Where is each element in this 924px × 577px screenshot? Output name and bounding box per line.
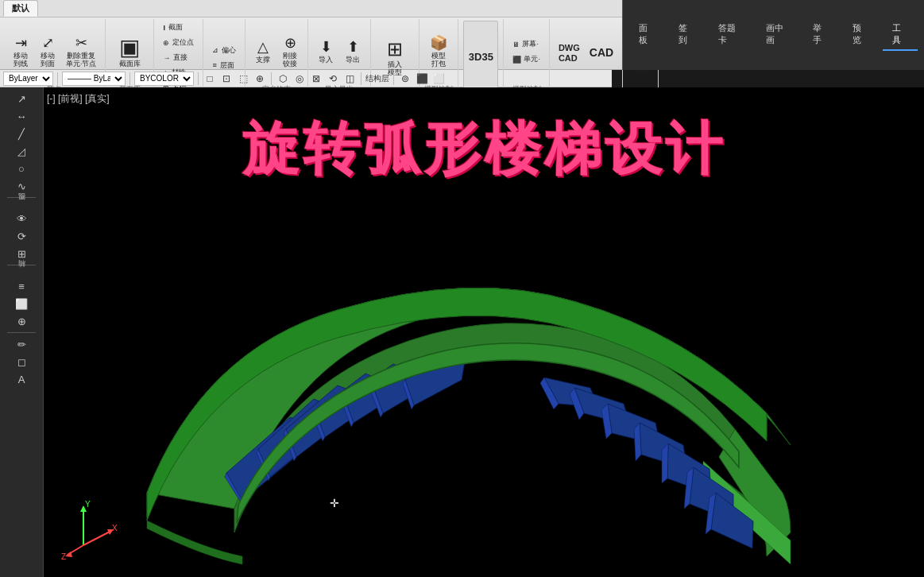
- toolbar-icon-2[interactable]: ⊡: [219, 72, 234, 86]
- toolbar-sep-1: [57, 72, 58, 85]
- move-to-line-icon: ⇥: [15, 36, 27, 52]
- insert-model-icon: ⊞: [387, 39, 403, 60]
- color-select[interactable]: BYCOLOR: [134, 72, 194, 86]
- rigid-hinge-icon: ⊕: [284, 36, 296, 52]
- right-panel: 面板 签到 答题卡 画中画 举手 预览 工具: [622, 0, 924, 70]
- sidebar-structure-label: 结构: [17, 272, 27, 273]
- sidebar-pencil-btn[interactable]: ✏: [6, 336, 37, 352]
- toolbar-icon-8[interactable]: ⟲: [326, 72, 340, 86]
- toolbar-sep-6: [393, 72, 394, 85]
- toolbar-icon-7[interactable]: ⊠: [309, 72, 323, 86]
- tab-pip[interactable]: 画中画: [756, 19, 799, 51]
- sidebar-eye-btn[interactable]: 👁: [6, 211, 37, 227]
- ribbon-group-cad: DWGCAD CAD CAD: [550, 19, 623, 96]
- 3d35-buttons: 3D35: [463, 21, 498, 95]
- staircase-base: [147, 288, 791, 564]
- layer-icon: ≡: [212, 61, 216, 69]
- tab-default[interactable]: 默认: [3, 0, 38, 17]
- toolbar-sep-4: [271, 72, 272, 85]
- sidebar-sep-3: [7, 332, 36, 333]
- direct-btn[interactable]: → 直接: [159, 51, 191, 64]
- svg-text:Y: Y: [85, 500, 91, 509]
- tab-answer-card[interactable]: 答题卡: [709, 19, 752, 51]
- cursor: ✛: [330, 497, 339, 509]
- linetype-select[interactable]: ——— ByLayer: [62, 72, 126, 86]
- move-to-face-icon: ⤢: [42, 36, 54, 52]
- svg-text:Z: Z: [61, 552, 66, 561]
- svg-line-3: [83, 531, 111, 545]
- sidebar-grid-btn[interactable]: ⊞: [6, 246, 37, 261]
- section-btn[interactable]: I 截面: [159, 21, 187, 34]
- tab-tools[interactable]: 工具: [883, 19, 918, 51]
- sidebar-triangle-btn[interactable]: ◿: [6, 143, 37, 159]
- ribbon-group-screen: 🖥 屏幕· ⬛ 单元· 模型控制: [504, 19, 550, 96]
- toolbar-icon-4[interactable]: ⊕: [253, 72, 267, 86]
- sidebar-list-btn[interactable]: ≡: [6, 278, 37, 294]
- cad-dwg-icon: DWGCAD: [559, 43, 580, 62]
- model-pack-icon: 📦: [430, 36, 447, 52]
- element-cad-icon: ⬛: [512, 56, 521, 64]
- support-icon: △: [257, 40, 269, 56]
- staircase-3d: [83, 191, 838, 577]
- left-sidebar: ↗ ↔ ╱ ◿ ○ ∿ 视图 👁 ⟳ ⊞ 结构 ≡ ⬜ ⊕ ✏ ◻ A: [0, 87, 44, 577]
- tab-raise-hand[interactable]: 举手: [803, 19, 838, 51]
- screen-btn[interactable]: 🖥 屏幕·: [508, 37, 543, 51]
- tab-signin[interactable]: 签到: [669, 19, 704, 51]
- toolbar-icon-5[interactable]: ⬡: [276, 72, 290, 86]
- toolbar-icon-11[interactable]: ⬛: [415, 72, 429, 86]
- sidebar-rect-btn[interactable]: ⬜: [6, 296, 37, 312]
- toolbar-icon-6[interactable]: ◎: [292, 72, 307, 86]
- toolbar-icon-1[interactable]: □: [203, 72, 217, 86]
- tab-preview[interactable]: 预览: [843, 19, 878, 51]
- export-icon: ⬆: [347, 40, 359, 56]
- layer-select[interactable]: ByLayer: [3, 72, 53, 86]
- sidebar-cross-btn[interactable]: ⊕: [6, 313, 37, 329]
- position-btn[interactable]: ⊕ 定位点: [159, 36, 198, 49]
- 3d35-btn[interactable]: 3D35: [463, 21, 498, 95]
- element-cad-btn[interactable]: ⬛ 单元·: [508, 52, 544, 66]
- delete-dup-icon: ✂: [75, 36, 87, 52]
- sidebar-text-btn[interactable]: A: [6, 371, 37, 387]
- screen-icon: 🖥: [512, 41, 520, 48]
- svg-text:X: X: [112, 524, 118, 532]
- sidebar-sep-1: [7, 197, 36, 198]
- cad-buttons: DWGCAD CAD: [555, 21, 617, 85]
- toolbar-icon-9[interactable]: ◫: [342, 72, 357, 86]
- direct-icon: →: [163, 54, 170, 62]
- toolbar-icon-10[interactable]: ⊚: [398, 72, 412, 86]
- cad-icon: CAD: [590, 47, 613, 59]
- section-lib-icon: ▣: [119, 36, 140, 60]
- toolbar-icon-3[interactable]: ⬚: [236, 72, 250, 86]
- eccentric-icon: ⊿: [212, 46, 218, 54]
- layer-btn[interactable]: ≡ 层面: [208, 59, 238, 72]
- viewport-label: [-] [前视] [真实]: [47, 92, 110, 106]
- coordinate-system: Y X Z: [60, 498, 123, 561]
- toolbar-sep-2: [130, 72, 130, 85]
- sidebar-sep-2: [7, 265, 36, 265]
- cad-btn[interactable]: CAD: [586, 21, 617, 85]
- sidebar-line-btn[interactable]: ╱: [6, 126, 37, 141]
- import-icon: ⬇: [320, 40, 332, 56]
- sidebar-box-btn[interactable]: ◻: [6, 354, 37, 370]
- toolbar-icon-12[interactable]: ⬜: [431, 72, 446, 86]
- ribbon-group-insert: ⊞ 插入模型: [371, 19, 419, 96]
- sidebar-wave-btn[interactable]: ∿: [6, 178, 37, 194]
- toolbar-sep-5: [361, 72, 361, 85]
- cad-dwg-btn[interactable]: DWGCAD: [555, 21, 584, 85]
- sidebar-view-label: 视图: [17, 204, 27, 206]
- sidebar-circle-btn[interactable]: ○: [6, 161, 37, 176]
- sidebar-rotate-btn[interactable]: ⟳: [6, 228, 37, 244]
- eccentric-btn[interactable]: ⊿ 偏心: [208, 44, 240, 57]
- section-icon: I: [163, 24, 165, 32]
- 3d35-icon: 3D35: [469, 52, 493, 63]
- toolbar-sep-3: [198, 72, 199, 85]
- sidebar-arrow-btn[interactable]: ↗: [6, 91, 37, 106]
- main-viewport: [-] [前视] [真实] 旋转弧形楼梯设计: [44, 87, 924, 577]
- viewport-title: 旋转弧形楼梯设计: [242, 111, 725, 188]
- screen-buttons: 🖥 屏幕· ⬛ 单元·: [508, 21, 544, 83]
- ribbon-group-3d35: 3D35: [458, 19, 504, 96]
- sidebar-move-btn[interactable]: ↔: [6, 108, 37, 124]
- toolbar-structure-label: 结构层: [365, 73, 389, 84]
- tab-panel[interactable]: 面板: [629, 19, 664, 51]
- position-icon: ⊕: [163, 39, 169, 47]
